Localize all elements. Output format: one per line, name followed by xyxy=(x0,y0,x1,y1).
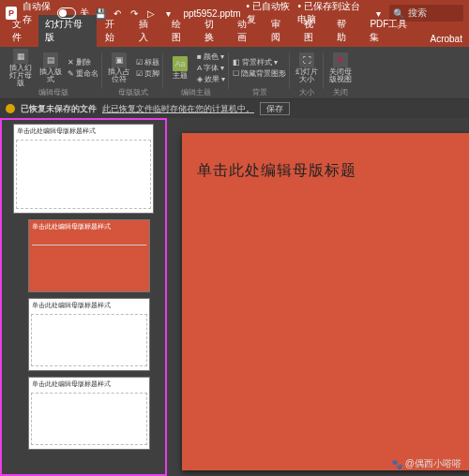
placeholder-icon: ▣ xyxy=(112,52,127,67)
group-edit-theme: Aa 主题 ■颜色 ▾ A字体 ▾ ◈效果 ▾ 编辑主题 xyxy=(163,49,229,98)
rename-icon: ✎ xyxy=(68,69,74,78)
watermark: 🐾 @偶西小嗒嗒 xyxy=(391,457,461,470)
insert-master-icon: ▦ xyxy=(13,49,28,64)
checkbox-icon: ☑ xyxy=(136,69,143,78)
group-edit-master: ▦ 插入幻灯片母版 ▤ 插入版式 ✕删除 ✎重命名 编辑母版 xyxy=(4,49,102,98)
slide-title-placeholder[interactable]: 单击此处编辑母版标题 xyxy=(197,161,454,181)
effects-dropdown[interactable]: ◈效果 ▾ xyxy=(197,74,225,84)
fonts-dropdown[interactable]: A字体 ▾ xyxy=(197,63,225,73)
title-checkbox[interactable]: ☑标题 xyxy=(136,57,159,67)
tab-insert[interactable]: 插入 xyxy=(132,15,163,47)
thumbnail-pane[interactable]: 单击此处编辑母版标题样式 单击此处编辑母版标题样式 单击此处编辑母版标题样式 单… xyxy=(0,118,167,476)
checkbox-icon: ☑ xyxy=(136,58,143,67)
close-master-button[interactable]: ✕ 关闭母版视图 xyxy=(327,52,354,83)
master-thumbnail[interactable]: 单击此处编辑母版标题样式 xyxy=(13,124,154,214)
recovery-message: 此已恢复文件临时存储在您的计算机中。 xyxy=(102,103,254,115)
thumb-placeholder xyxy=(16,140,151,209)
colors-dropdown[interactable]: ■颜色 ▾ xyxy=(197,52,225,62)
insert-placeholder-button[interactable]: ▣ 插入占位符 xyxy=(106,52,132,83)
ribbon-tabs: 文件 幻灯片母版 开始 插入 绘图 切换 动画 审阅 视图 帮助 PDF工具集 … xyxy=(0,26,469,47)
tab-pdf-tools[interactable]: PDF工具集 xyxy=(363,15,421,47)
workspace: 单击此处编辑母版标题样式 单击此处编辑母版标题样式 单击此处编辑母版标题样式 单… xyxy=(0,118,469,476)
tab-view[interactable]: 视图 xyxy=(297,15,328,47)
thumb-placeholder xyxy=(31,314,147,366)
group-size: ⛶ 幻灯片大小 大小 xyxy=(290,49,324,98)
layout-thumbnail-1[interactable]: 单击此处编辑母版标题样式 xyxy=(28,219,150,292)
warning-icon xyxy=(6,104,15,113)
recovery-title: 已恢复未保存的文件 xyxy=(21,103,97,115)
fonts-icon: A xyxy=(197,64,202,72)
group-label-edit-master: 编辑母版 xyxy=(38,87,68,98)
ribbon: ▦ 插入幻灯片母版 ▤ 插入版式 ✕删除 ✎重命名 编辑母版 ▣ 插入占位符 ☑… xyxy=(0,47,469,99)
tab-acrobat[interactable]: Acrobat xyxy=(424,31,469,47)
group-close: ✕ 关闭母版视图 关闭 xyxy=(324,49,357,98)
group-label-size: 大小 xyxy=(299,87,314,98)
layout-thumbnail-3[interactable]: 单击此处编辑母版标题样式 xyxy=(28,377,150,450)
paw-icon: 🐾 xyxy=(391,459,402,469)
footers-checkbox[interactable]: ☑页脚 xyxy=(136,68,159,79)
recovery-save-button[interactable]: 保存 xyxy=(260,102,290,115)
tab-file[interactable]: 文件 xyxy=(6,15,37,47)
group-label-background: 背景 xyxy=(252,87,267,98)
tab-review[interactable]: 审阅 xyxy=(265,15,295,47)
bg-styles-dropdown[interactable]: ◧背景样式 ▾ xyxy=(233,57,286,67)
toggle-off-icon xyxy=(57,7,76,19)
group-master-layout: ▣ 插入占位符 ☑标题 ☑页脚 母版版式 xyxy=(102,49,163,98)
checkbox-empty-icon: ☐ xyxy=(233,69,239,78)
tab-help[interactable]: 帮助 xyxy=(330,15,361,47)
slide-size-button[interactable]: ⛶ 幻灯片大小 xyxy=(294,52,320,83)
group-label-edit-theme: 编辑主题 xyxy=(181,87,211,98)
theme-button[interactable]: Aa 主题 xyxy=(167,56,193,80)
rename-button[interactable]: ✎重命名 xyxy=(68,68,98,79)
theme-icon: Aa xyxy=(173,56,188,71)
delete-button[interactable]: ✕删除 xyxy=(68,57,98,67)
thumb-placeholder xyxy=(31,393,147,445)
bg-styles-icon: ◧ xyxy=(233,58,240,67)
slide-editor[interactable]: 单击此处编辑母版标题 xyxy=(167,118,469,476)
group-label-close: 关闭 xyxy=(333,87,348,98)
slide-size-icon: ⛶ xyxy=(299,52,314,67)
tab-transitions[interactable]: 切换 xyxy=(198,15,229,47)
close-icon: ✕ xyxy=(333,52,348,67)
colors-icon: ■ xyxy=(197,52,202,61)
insert-layout-icon: ▤ xyxy=(43,52,58,67)
group-background: ◧背景样式 ▾ ☐隐藏背景图形 背景 xyxy=(229,49,290,98)
layout-thumbnail-2[interactable]: 单击此处编辑母版标题样式 xyxy=(28,298,150,371)
tab-home[interactable]: 开始 xyxy=(98,15,129,47)
tab-draw[interactable]: 绘图 xyxy=(165,15,196,47)
tab-slide-master[interactable]: 幻灯片母版 xyxy=(38,15,97,47)
hide-bg-checkbox[interactable]: ☐隐藏背景图形 xyxy=(233,68,286,79)
watermark-author: @偶西小嗒嗒 xyxy=(405,457,461,470)
thumb-divider xyxy=(32,245,146,245)
delete-icon: ✕ xyxy=(68,58,74,67)
insert-slide-master-button[interactable]: ▦ 插入幻灯片母版 xyxy=(8,49,34,87)
group-label-master-layout: 母版版式 xyxy=(118,87,148,98)
insert-layout-button[interactable]: ▤ 插入版式 xyxy=(38,52,64,83)
recovery-bar: 已恢复未保存的文件 此已恢复文件临时存储在您的计算机中。 保存 xyxy=(0,99,469,118)
slide-canvas[interactable]: 单击此处编辑母版标题 xyxy=(182,133,469,470)
tab-animations[interactable]: 动画 xyxy=(231,15,262,47)
effects-icon: ◈ xyxy=(197,75,203,83)
